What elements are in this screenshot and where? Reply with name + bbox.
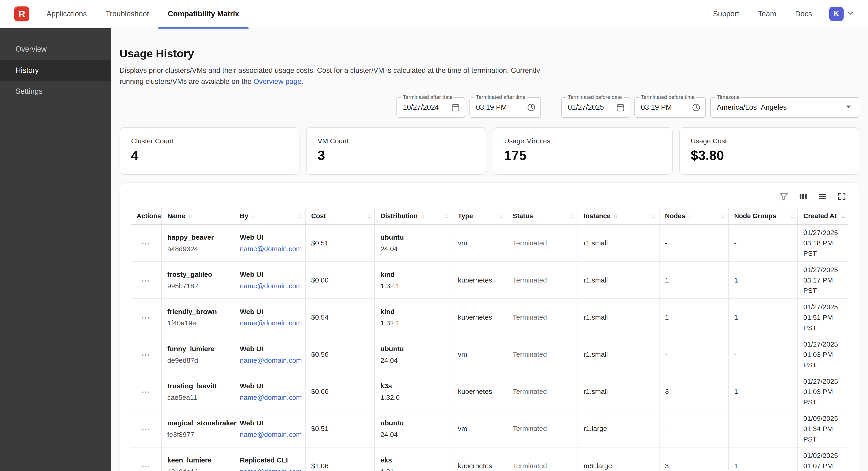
column-header-status[interactable]: Status↑↓≡ xyxy=(507,208,578,225)
calendar-icon[interactable] xyxy=(616,103,625,112)
status-value: Terminated xyxy=(507,262,578,299)
cluster-id: a48d9324 xyxy=(167,243,228,254)
instance-value: r1.small xyxy=(578,373,659,410)
column-menu-icon[interactable]: ≡ xyxy=(298,212,302,219)
column-menu-icon[interactable]: ≡ xyxy=(652,212,656,219)
terminated-after-date-field[interactable]: Terminated after date 10/27/2024 xyxy=(397,97,465,118)
timezone-value[interactable]: America/Los_Angeles xyxy=(717,103,840,112)
terminated-before-time-value[interactable]: 03:19 PM xyxy=(641,103,688,112)
timezone-select[interactable]: Timezone America/Los_Angeles xyxy=(710,97,859,118)
sort-icon[interactable]: ↑↓ xyxy=(476,214,479,219)
column-header-nodes[interactable]: Nodes↑↓≡ xyxy=(659,208,728,225)
sort-icon[interactable]: ↑↓ xyxy=(688,214,692,219)
distribution-version: 1.31 xyxy=(380,466,446,471)
sort-icon[interactable]: ↑↓ xyxy=(779,214,783,219)
density-icon[interactable] xyxy=(818,192,827,201)
cluster-name: magical_stonebraker xyxy=(167,418,228,428)
instance-value: r1.small xyxy=(578,262,659,299)
creator-email-link[interactable]: name@domain.com xyxy=(240,243,302,254)
column-menu-icon[interactable]: ≡ xyxy=(721,212,725,219)
distribution-name: ubuntu xyxy=(380,418,446,428)
nav-item-team[interactable]: Team xyxy=(749,0,786,28)
overview-page-link[interactable]: Overview page xyxy=(253,78,301,86)
row-actions-button[interactable]: ••• xyxy=(142,278,150,284)
column-menu-icon[interactable]: ≡ xyxy=(570,212,574,219)
column-header-type[interactable]: Type↑↓≡ xyxy=(452,208,507,225)
stat-label: Usage Minutes xyxy=(504,137,661,145)
column-header-created-at[interactable]: Created At↓ xyxy=(798,208,847,225)
creator-email-link[interactable]: name@domain.com xyxy=(240,466,302,471)
sort-icon[interactable]: ↑↓ xyxy=(188,214,192,219)
terminated-before-time-field[interactable]: Terminated before time 03:19 PM xyxy=(634,97,706,118)
table-row: ••• friendly_brown1f40a19e Web UIname@do… xyxy=(131,299,847,336)
column-header-node-groups[interactable]: Node Groups↑↓≡ xyxy=(728,208,798,225)
terminated-before-date-field[interactable]: Terminated before date 01/27/2025 xyxy=(561,97,630,118)
sidebar-item-overview[interactable]: Overview xyxy=(0,39,111,60)
app-root: R Applications Troubleshoot Compatibilit… xyxy=(0,0,868,471)
creator-email-link[interactable]: name@domain.com xyxy=(240,281,302,291)
column-menu-icon[interactable]: ≡ xyxy=(445,212,448,219)
terminated-after-time-field[interactable]: Terminated after time 03:19 PM xyxy=(469,97,541,118)
row-actions-button[interactable]: ••• xyxy=(142,426,150,432)
row-actions-button[interactable]: ••• xyxy=(142,315,150,321)
stat-card-usage-minutes: Usage Minutes 175 xyxy=(493,127,673,175)
creator-email-link[interactable]: name@domain.com xyxy=(240,355,302,365)
row-actions-button[interactable]: ••• xyxy=(142,389,150,395)
column-header-distribution[interactable]: Distribution↑↓≡ xyxy=(375,208,452,225)
cluster-id: fe3f8977 xyxy=(167,429,228,440)
nav-item-compatibility-matrix[interactable]: Compatibility Matrix xyxy=(158,0,249,28)
created-time: 01:03 PM PST xyxy=(803,349,842,370)
sidebar-item-settings[interactable]: Settings xyxy=(0,81,111,102)
calendar-icon[interactable] xyxy=(451,103,460,112)
filter-icon[interactable] xyxy=(779,192,788,201)
column-header-cost[interactable]: Cost↑↓≡ xyxy=(306,208,375,225)
dropdown-arrow-icon[interactable] xyxy=(843,101,854,114)
table-row: ••• trusting_leavittcae5ea11 Web UIname@… xyxy=(131,373,847,410)
fullscreen-icon[interactable] xyxy=(837,192,846,201)
distribution-name: kind xyxy=(380,269,446,279)
creator-email-link[interactable]: name@domain.com xyxy=(240,318,302,328)
terminated-before-date-value[interactable]: 01/27/2025 xyxy=(568,103,612,112)
terminated-after-date-value[interactable]: 10/27/2024 xyxy=(403,103,447,112)
sort-icon[interactable]: ↑↓ xyxy=(421,214,424,219)
column-header-instance[interactable]: Instance↑↓≡ xyxy=(578,208,659,225)
column-menu-icon[interactable]: ≡ xyxy=(500,212,503,219)
avatar[interactable]: K xyxy=(829,7,844,21)
row-actions-button[interactable]: ••• xyxy=(142,464,150,470)
row-actions-button[interactable]: ••• xyxy=(142,352,150,358)
column-header-name[interactable]: Name↑↓ xyxy=(161,208,234,225)
created-date: 01/27/2025 xyxy=(803,265,842,275)
type-value: vm xyxy=(452,336,507,373)
user-menu[interactable]: K xyxy=(829,7,855,21)
sidebar-item-history[interactable]: History xyxy=(0,60,111,81)
creator-email-link[interactable]: name@domain.com xyxy=(240,429,302,440)
terminated-after-time-value[interactable]: 03:19 PM xyxy=(476,103,523,112)
topbar-right-group: Support Team Docs K xyxy=(704,0,855,28)
row-actions-button[interactable]: ••• xyxy=(142,241,150,247)
created-by: Web UI xyxy=(240,269,300,279)
type-value: vm xyxy=(452,225,507,262)
distribution-version: 24.04 xyxy=(380,355,446,365)
sort-icon[interactable]: ↑↓ xyxy=(251,214,255,219)
sort-desc-icon[interactable]: ↓ xyxy=(841,212,844,219)
avatar-letter: K xyxy=(834,10,839,18)
cluster-name: frosty_galileo xyxy=(167,269,228,279)
creator-email-link[interactable]: name@domain.com xyxy=(240,392,302,403)
clock-icon[interactable] xyxy=(691,103,701,112)
node-groups-value: - xyxy=(728,336,798,373)
cost-value: $1.06 xyxy=(306,447,375,471)
sort-icon[interactable]: ↑↓ xyxy=(613,214,617,219)
clock-icon[interactable] xyxy=(527,103,536,112)
columns-icon[interactable] xyxy=(799,192,808,201)
sort-icon[interactable]: ↑↓ xyxy=(536,214,540,219)
cost-value: $0.54 xyxy=(306,299,375,336)
nav-item-support[interactable]: Support xyxy=(704,0,748,28)
nav-item-applications[interactable]: Applications xyxy=(37,0,96,28)
column-menu-icon[interactable]: ≡ xyxy=(790,212,794,219)
sort-icon[interactable]: ↑↓ xyxy=(329,214,333,219)
column-menu-icon[interactable]: ≡ xyxy=(368,212,371,219)
replicated-logo[interactable]: R xyxy=(14,6,29,22)
column-header-by[interactable]: By↑↓≡ xyxy=(234,208,306,225)
nav-item-docs[interactable]: Docs xyxy=(786,0,822,28)
nav-item-troubleshoot[interactable]: Troubleshoot xyxy=(96,0,158,28)
